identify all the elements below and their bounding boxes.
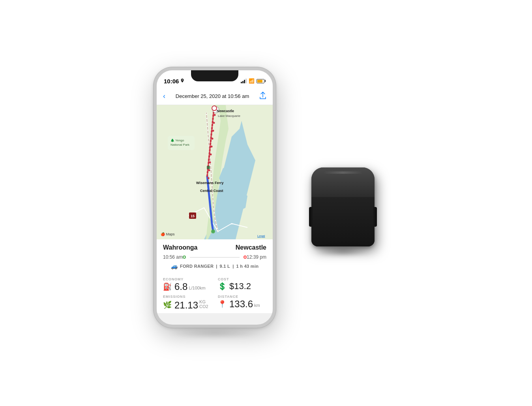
distance-label: DISTANCE <box>218 295 266 299</box>
trip-timeline: 10:56 am 12:39 pm <box>163 254 266 260</box>
trip-endpoints: Wahroonga Newcastle <box>163 244 266 251</box>
svg-text:🍎 Maps: 🍎 Maps <box>161 232 175 237</box>
economy-value: 6.8 <box>174 282 187 291</box>
svg-point-14 <box>210 154 212 156</box>
svg-point-10 <box>212 106 217 111</box>
svg-point-2 <box>211 229 215 233</box>
signal-bar-3 <box>244 80 245 83</box>
distance-unit: km <box>254 303 260 308</box>
emissions-value: 21.13 <box>174 301 198 310</box>
separator-2: | <box>232 264 234 269</box>
svg-point-17 <box>212 130 214 132</box>
svg-text:National Park: National Park <box>170 143 190 147</box>
leaf-icon: 🌿 <box>163 301 172 309</box>
economy-unit: L/100km <box>189 286 205 290</box>
signal-bar-2 <box>242 81 244 83</box>
newcastle-label: Newcastle <box>217 109 234 113</box>
notch <box>191 70 238 81</box>
status-time: 10:06 <box>164 78 184 85</box>
start-dot <box>183 256 186 259</box>
device-right-side <box>373 207 377 227</box>
stats-grid: ECONOMY ⛽ 6.8 L/100km COST 💲 $13.2 <box>163 274 266 310</box>
vehicle-name: FORD RANGER <box>180 264 214 269</box>
svg-text:15: 15 <box>191 214 195 218</box>
map-container: 🌲 Yengo National Park Newcastle Lake Mac… <box>157 105 273 239</box>
svg-text:Wisemans Ferry: Wisemans Ferry <box>196 181 223 185</box>
economy-label: ECONOMY <box>163 277 212 281</box>
status-icons: 📶 <box>241 78 266 84</box>
phone-reflection <box>167 327 262 339</box>
nav-title: December 25, 2020 at 10:56 am <box>165 93 259 99</box>
battery-icon <box>257 79 266 83</box>
nav-bar: ‹ December 25, 2020 at 10:56 am <box>157 88 273 105</box>
separator-1: | <box>216 264 217 269</box>
svg-text:Lake Macquarie: Lake Macquarie <box>218 114 240 118</box>
phone-wrapper: 10:06 📶 <box>154 67 276 339</box>
svg-point-18 <box>213 122 215 124</box>
signal-bar-1 <box>241 82 242 83</box>
trip-duration: 1 h 43 min <box>236 264 259 269</box>
arrive-time: 12:39 pm <box>247 254 266 260</box>
trip-details: Wahroonga Newcastle 10:56 am 12:39 pm 🚙 … <box>157 239 273 313</box>
fuel-icon: ⛽ <box>163 282 172 291</box>
to-city: Newcastle <box>236 244 266 251</box>
share-button[interactable] <box>259 92 266 101</box>
device-left-side <box>309 207 313 227</box>
distance-stat: DISTANCE 📍 133.6 km <box>218 295 266 310</box>
svg-rect-24 <box>207 166 210 169</box>
car-icon: 🚙 <box>171 263 178 269</box>
signal-bars <box>241 79 247 83</box>
phone: 10:06 📶 <box>154 67 276 328</box>
map-svg: 🌲 Yengo National Park Newcastle Lake Mac… <box>157 105 273 239</box>
vehicle-row: 🚙 FORD RANGER | 9.1 L | 1 h 43 min <box>163 263 266 269</box>
svg-point-16 <box>212 138 214 140</box>
svg-text:Central Coast: Central Coast <box>200 189 223 193</box>
end-dot <box>244 256 247 259</box>
economy-stat: ECONOMY ⛽ 6.8 L/100km <box>163 277 212 291</box>
distance-value: 133.6 <box>229 299 253 309</box>
obd-device-wrapper <box>307 167 378 254</box>
cost-label: COST <box>218 277 266 281</box>
depart-time: 10:56 am <box>163 254 183 260</box>
distance-icon: 📍 <box>218 300 227 308</box>
scene: 10:06 📶 <box>154 67 378 339</box>
svg-text:Legal: Legal <box>257 234 265 238</box>
cost-value: $13.2 <box>229 282 251 291</box>
svg-point-15 <box>211 146 213 148</box>
svg-text:🌲 Yengo: 🌲 Yengo <box>170 138 184 142</box>
emissions-unit: KG CO2 <box>199 299 212 309</box>
cost-icon: 💲 <box>218 282 227 291</box>
svg-point-11 <box>208 177 210 179</box>
location-icon <box>180 79 184 83</box>
emissions-label: EMISSIONS <box>163 295 212 299</box>
wifi-icon: 📶 <box>249 78 255 84</box>
svg-point-19 <box>214 114 216 116</box>
device-shadow <box>315 246 371 256</box>
timeline-line <box>190 257 240 258</box>
from-city: Wahroonga <box>163 244 197 251</box>
signal-bar-4 <box>245 79 247 83</box>
svg-point-13 <box>209 162 211 164</box>
obd-device <box>307 167 378 254</box>
fuel-used: 9.1 L <box>220 264 230 269</box>
time-display: 10:06 <box>164 78 179 85</box>
device-body <box>311 167 375 246</box>
svg-point-12 <box>208 169 210 171</box>
emissions-stat: EMISSIONS 🌿 21.13 KG CO2 <box>163 295 212 310</box>
device-lower <box>311 197 375 246</box>
cost-stat: COST 💲 $13.2 <box>218 277 266 291</box>
device-highlight <box>323 171 363 174</box>
